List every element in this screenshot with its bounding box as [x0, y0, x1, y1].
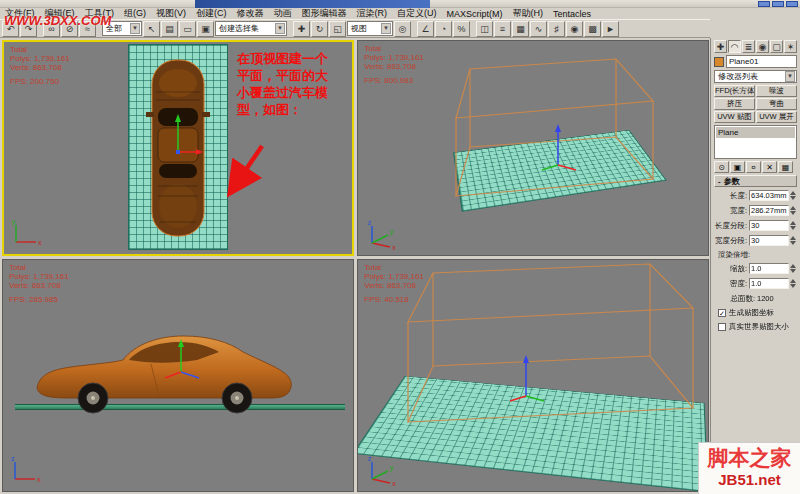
restore-button[interactable]	[772, 1, 784, 7]
modifier-button-uvw-map[interactable]: UVW 贴图	[714, 111, 755, 123]
car-model-top-view[interactable]	[146, 56, 210, 240]
named-selection-sets-value: 创建选择集	[219, 23, 259, 34]
create-tab-icon[interactable]: ✚	[714, 40, 727, 53]
modifier-list-label: 修改器列表	[718, 71, 758, 82]
width-segs-spinner[interactable]	[789, 235, 797, 246]
minimize-button[interactable]	[758, 1, 770, 7]
density-field[interactable]: 1.0	[749, 278, 789, 289]
modify-tab-icon[interactable]: ◠	[728, 40, 741, 53]
length-segs-field[interactable]: 30	[749, 220, 789, 231]
length-label: 长度:	[714, 191, 749, 201]
schematic-view-icon[interactable]: ♯	[548, 21, 565, 37]
modifier-button-uvw-unwrap[interactable]: UVW 展开	[756, 111, 797, 123]
viewport-statistics: Total Polys: 1,739,161 Verts: 863,708 FP…	[364, 263, 424, 304]
parameters-rollout-header[interactable]: - 参数	[714, 175, 797, 187]
axis-tripod: x y	[8, 218, 46, 250]
menu-maxscript[interactable]: MAXScript(M)	[442, 9, 508, 19]
length-segs-label: 长度分段:	[714, 221, 749, 231]
render-multipliers-label: 渲染倍增:	[714, 249, 797, 260]
chevron-down-icon: ▼	[275, 23, 285, 34]
collapse-icon: -	[718, 177, 721, 186]
select-and-scale-icon[interactable]: ◱	[329, 21, 346, 37]
snap-toggle-icon[interactable]: ∠	[417, 21, 434, 37]
generate-mapping-coords-checkbox[interactable]: ✓ 生成贴图坐标	[714, 307, 797, 319]
reference-coordinate-dropdown[interactable]: 视图 ▼	[347, 21, 393, 36]
undo-icon[interactable]: ↶	[2, 21, 19, 37]
hierarchy-tab-icon[interactable]: ≣	[742, 40, 755, 53]
density-spinner[interactable]	[789, 278, 797, 289]
pin-stack-icon[interactable]: ⊙	[714, 161, 729, 173]
modifier-button-noise[interactable]: 噪波	[756, 85, 797, 97]
select-by-name-icon[interactable]: ▤	[161, 21, 178, 37]
object-name-field[interactable]	[726, 55, 797, 68]
chevron-down-icon: ▼	[130, 23, 140, 34]
reference-coordinate-value: 视图	[351, 23, 367, 34]
modifier-stack: Plane	[714, 125, 797, 159]
stack-item-plane[interactable]: Plane	[716, 127, 795, 138]
length-segs-spinner[interactable]	[789, 220, 797, 231]
material-editor-icon[interactable]: ◉	[566, 21, 583, 37]
named-selection-sets-dropdown[interactable]: 创建选择集 ▼	[215, 21, 287, 36]
align-icon[interactable]: ≡	[494, 21, 511, 37]
length-spinner[interactable]	[789, 190, 797, 201]
translate-gizmo[interactable]	[506, 352, 550, 404]
viewport-top[interactable]: 在顶视图建一个 平面，平面的大 小覆盖过汽车模 型，如图： Total Poly…	[2, 40, 354, 256]
use-pivot-center-icon[interactable]: ◎	[394, 21, 411, 37]
select-and-link-icon[interactable]: ∞	[43, 21, 60, 37]
modifier-button-ffd[interactable]: FFD(长方体)	[714, 85, 755, 97]
translate-gizmo[interactable]	[538, 121, 582, 173]
redo-icon[interactable]: ↷	[20, 21, 37, 37]
selection-filter-dropdown[interactable]: 全部 ▼	[102, 21, 142, 36]
window-controls	[758, 1, 798, 7]
modifier-button-bend[interactable]: 弯曲	[756, 98, 797, 110]
viewport-statistics: Total Polys: 1,739,161 Verts: 863,708 FP…	[10, 45, 70, 86]
length-field[interactable]: 634.03mm	[749, 190, 789, 201]
remove-modifier-icon[interactable]: ✕	[762, 161, 777, 173]
viewport-perspective-lower[interactable]: Total Polys: 1,739,161 Verts: 863,708 FP…	[357, 259, 709, 492]
object-color-swatch[interactable]	[714, 57, 724, 67]
viewport-left[interactable]: Total Polys: 1,739,161 Verts: 863,708 FP…	[2, 259, 354, 492]
select-and-move-icon[interactable]: ✚	[293, 21, 310, 37]
car-model-side-view[interactable]	[31, 320, 299, 416]
menubar: 文件(F) 编辑(E) 工具(T) 组(G) 视图(V) 创建(C) 修改器 动…	[0, 8, 800, 19]
menu-tentacles[interactable]: Tentacles	[548, 9, 596, 19]
viewport-statistics: Total Polys: 1,739,161 Verts: 863,708 FP…	[9, 263, 69, 304]
configure-modifier-sets-icon[interactable]: ▦	[778, 161, 793, 173]
utilities-tab-icon[interactable]: ✶	[784, 40, 797, 53]
rectangular-selection-icon[interactable]: ▭	[179, 21, 196, 37]
scale-spinner[interactable]	[789, 263, 797, 274]
width-segs-label: 宽度分段:	[714, 236, 749, 246]
display-tab-icon[interactable]: ▢	[770, 40, 783, 53]
select-object-icon[interactable]: ↖	[143, 21, 160, 37]
scale-label: 缩放:	[714, 264, 749, 274]
motion-tab-icon[interactable]: ◉	[756, 40, 769, 53]
layer-manager-icon[interactable]: ▦	[512, 21, 529, 37]
total-faces-value: 1200	[757, 294, 797, 303]
render-setup-icon[interactable]: ▩	[584, 21, 601, 37]
viewport-perspective-upper[interactable]: Total Polys: 1,739,161 Verts: 863,708 FP…	[357, 40, 709, 256]
window-crossing-icon[interactable]: ▣	[197, 21, 214, 37]
bind-to-space-warp-icon[interactable]: ≈	[79, 21, 96, 37]
width-segs-field[interactable]: 30	[749, 235, 789, 246]
modifier-list-dropdown[interactable]: 修改器列表 ▼	[714, 70, 797, 83]
unlink-selection-icon[interactable]: ⊘	[61, 21, 78, 37]
width-label: 宽度:	[714, 206, 749, 216]
width-field[interactable]: 286.27mm	[749, 205, 789, 216]
make-unique-icon[interactable]: ¤	[746, 161, 761, 173]
checkbox-label: 真实世界贴图大小	[729, 322, 789, 332]
quick-render-icon[interactable]: ►	[602, 21, 619, 37]
svg-text:x: x	[392, 244, 396, 251]
real-world-map-size-checkbox[interactable]: 真实世界贴图大小	[714, 321, 797, 333]
close-button[interactable]	[786, 1, 798, 7]
select-and-rotate-icon[interactable]: ↻	[311, 21, 328, 37]
show-end-result-icon[interactable]: ▣	[730, 161, 745, 173]
mirror-icon[interactable]: ◫	[476, 21, 493, 37]
svg-text:y: y	[390, 464, 394, 472]
width-spinner[interactable]	[789, 205, 797, 216]
percent-snap-icon[interactable]: %	[453, 21, 470, 37]
total-faces-label: 总面数:	[714, 294, 757, 304]
modifier-button-squeeze[interactable]: 挤压	[714, 98, 755, 110]
angle-snap-icon[interactable]: ◔	[435, 21, 452, 37]
scale-field[interactable]: 1.0	[749, 263, 789, 274]
curve-editor-icon[interactable]: ∿	[530, 21, 547, 37]
